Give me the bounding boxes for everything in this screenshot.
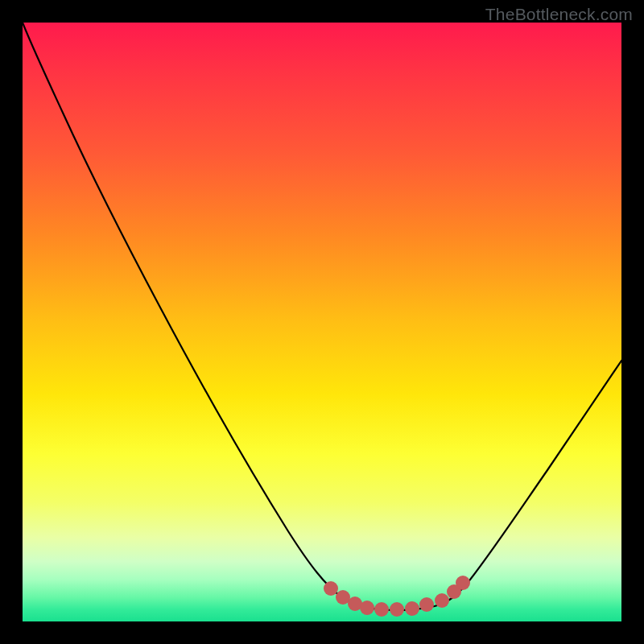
curve-layer	[23, 23, 621, 621]
highlight-dot	[435, 593, 449, 608]
bottleneck-curve	[23, 23, 621, 610]
highlight-dot	[374, 602, 389, 617]
highlight-dot	[405, 601, 419, 616]
highlight-dot	[456, 576, 470, 590]
chart-stage: TheBottleneck.com	[0, 0, 644, 644]
highlight-dot	[360, 601, 374, 615]
highlight-dot	[390, 602, 404, 617]
highlight-dot	[419, 597, 434, 612]
watermark-text: TheBottleneck.com	[485, 5, 633, 24]
plot-area	[23, 23, 621, 621]
highlight-dot	[324, 581, 338, 596]
highlight-dots-group	[324, 576, 470, 617]
